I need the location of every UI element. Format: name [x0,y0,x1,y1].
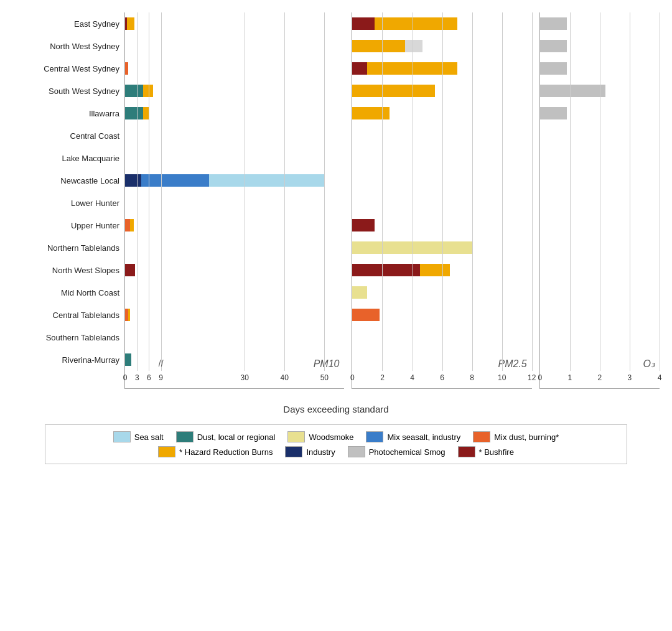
x-tick-label: 1 [567,373,572,382]
bar-segment [128,309,130,321]
bar-segment [540,62,567,75]
x-tick-label: 0 [350,373,355,382]
bar-row [352,57,531,80]
bar-row [352,304,531,326]
bar-segment [352,85,434,97]
bar-segment [143,85,153,97]
bar-segment [352,264,419,276]
bar-row [125,304,344,326]
bar-row [352,147,531,169]
legend-swatch [176,431,194,442]
y-label: Southern Tablelands [12,326,124,348]
legend-item: * Bushfire [458,446,514,457]
main-container: East SydneyNorth West SydneyCentral West… [0,0,672,464]
bar-row [540,124,660,147]
bar-row [125,259,344,281]
bar-segment [540,107,567,119]
bar-segment [125,107,143,119]
y-label: North West Slopes [12,259,124,281]
y-label: Mid North Coast [12,281,124,304]
x-tick-label: 4 [658,373,662,382]
legend-item: * Hazard Reduction Burns [158,446,273,457]
legend-swatch [113,431,131,442]
axis-break: // [159,358,164,368]
bar-row [125,147,344,169]
pm10-label: PM10 [314,358,340,370]
bar-segment [125,264,135,276]
bar-row [540,102,660,124]
bar-row [540,169,660,192]
x-tick-label: 6 [147,373,151,382]
legend-label: * Bushfire [479,447,514,457]
bar-segment [540,85,606,97]
y-label: South West Sydney [12,80,124,102]
bar-row [540,281,660,304]
y-label: Lake Macquarie [12,147,124,169]
x-tick-label: 6 [440,373,444,382]
o3-label: O₃ [643,358,655,370]
legend-label: Dust, local or regional [197,432,276,442]
y-label: East Sydney [12,12,124,35]
legend-swatch [458,446,475,457]
bar-row [125,326,344,348]
y-label: Central Coast [12,124,124,147]
bar-row [125,281,344,304]
bar-row [125,57,344,80]
x-tick-label: 3 [628,373,632,382]
bar-row [540,12,660,35]
bar-row [352,80,531,102]
y-label: Newcastle Local [12,169,124,192]
legend-item: Photochemical Smog [348,446,446,457]
y-label: Northern Tablelands [12,236,124,259]
y-label: Illawarra [12,102,124,124]
x-tick-label: 10 [498,373,506,382]
x-tick-label: 30 [241,373,249,382]
legend-label: Sea salt [134,432,164,442]
legend-item: Dust, local or regional [176,431,276,442]
legend-swatch [285,446,302,457]
bar-segment [352,17,375,30]
y-label: Upper Hunter [12,214,124,236]
y-label: Lower Hunter [12,192,124,214]
bar-segment [352,40,404,52]
legend-swatch [158,446,175,457]
bar-row [352,169,531,192]
bar-row [352,326,531,348]
bar-row [352,192,531,214]
y-label: Riverina-Murray [12,348,124,371]
legend-swatch [473,431,490,442]
x-tick-label: 40 [281,373,289,382]
legend-label: Mix seasalt, industry [387,432,460,442]
pm25-label: PM2.5 [498,358,527,370]
bar-row [352,102,531,124]
bar-row [125,12,344,35]
bar-segment [352,62,367,75]
bar-row [540,147,660,169]
bar-row [352,214,531,236]
bar-segment [209,174,325,187]
legend-item: Mix dust, burning* [473,431,559,442]
legend: Sea saltDust, local or regionalWoodsmoke… [45,424,627,464]
legend-item: Industry [285,446,335,457]
bar-row [540,236,660,259]
y-label: Central West Sydney [12,57,124,80]
bar-segment [141,174,209,187]
y-axis-labels: East SydneyNorth West SydneyCentral West… [12,12,124,371]
bar-segment [125,219,130,231]
bar-row [125,35,344,57]
bar-segment [540,40,567,52]
bar-row [540,214,660,236]
bar-row [125,214,344,236]
bar-row [125,236,344,259]
bar-segment [143,107,149,119]
legend-label: * Hazard Reduction Burns [179,447,273,457]
bar-row [125,169,344,192]
bar-row [125,80,344,102]
bar-segment [127,17,134,30]
legend-label: Mix dust, burning* [494,432,559,442]
bar-segment [405,40,423,52]
legend-swatch [366,431,383,442]
bar-row [540,348,660,371]
x-tick-label: 4 [410,373,414,382]
legend-label: Photochemical Smog [369,447,446,457]
